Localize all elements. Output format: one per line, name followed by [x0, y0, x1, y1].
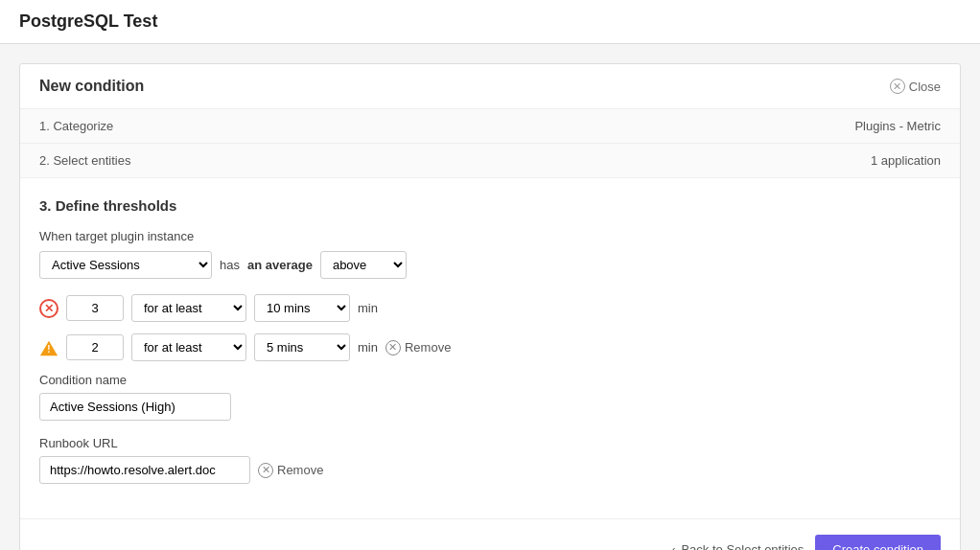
step-2-value: 1 application: [871, 153, 941, 168]
back-button[interactable]: ‹ Back to Select entities: [671, 542, 804, 550]
critical-threshold-row: ✕ for at least for exactly 10 mins 5 min…: [39, 294, 941, 322]
step-1-label: 1. Categorize: [39, 119, 113, 133]
runbook-url-label: Runbook URL: [39, 436, 941, 450]
remove-url-button[interactable]: ✕ Remove: [258, 463, 323, 478]
step-1-value: Plugins - Metric: [854, 119, 941, 133]
define-heading: 3. Define thresholds: [39, 197, 941, 214]
close-label: Close: [909, 80, 941, 94]
warning-value-input[interactable]: [66, 334, 124, 360]
condition-name-label: Condition name: [39, 373, 941, 387]
panel-header: New condition ✕ Close: [20, 64, 960, 109]
remove-warning-label: Remove: [405, 340, 451, 355]
close-button[interactable]: ✕ Close: [890, 79, 941, 94]
close-icon: ✕: [890, 79, 905, 94]
warning-threshold-row: ! for at least for exactly 5 mins 10 min…: [39, 333, 941, 361]
remove-warning-icon: ✕: [385, 340, 401, 355]
critical-value-input[interactable]: [66, 295, 124, 321]
runbook-url-group: Runbook URL ✕ Remove: [39, 436, 941, 484]
metric-row: Active Sessions CPU Usage Memory has an …: [39, 251, 941, 279]
step-1-row: 1. Categorize Plugins - Metric: [20, 109, 960, 144]
critical-for-at-least-select[interactable]: for at least for exactly: [131, 294, 246, 322]
critical-duration-select[interactable]: 10 mins 5 mins 15 mins 30 mins: [254, 294, 350, 322]
condition-name-group: Condition name: [39, 373, 941, 421]
critical-icon: ✕: [39, 299, 58, 318]
warning-duration-select[interactable]: 5 mins 10 mins 15 mins 30 mins: [254, 333, 350, 361]
warning-unit: min: [358, 340, 378, 355]
has-text: has: [220, 258, 240, 272]
page-header: PostgreSQL Test: [0, 0, 980, 44]
main-container: New condition ✕ Close 1. Categorize Plug…: [0, 44, 980, 550]
critical-unit: min: [358, 301, 378, 315]
page-title: PostgreSQL Test: [19, 11, 961, 32]
footer-actions: ‹ Back to Select entities Create conditi…: [20, 518, 960, 550]
target-label: When target plugin instance: [39, 229, 941, 243]
remove-warning-button[interactable]: ✕ Remove: [385, 340, 451, 355]
panel: New condition ✕ Close 1. Categorize Plug…: [19, 63, 961, 550]
create-condition-button[interactable]: Create condition: [815, 535, 941, 550]
warning-for-at-least-select[interactable]: for at least for exactly: [131, 333, 246, 361]
panel-heading: New condition: [39, 78, 144, 95]
avg-text: an average: [247, 258, 313, 272]
step-2-label: 2. Select entities: [39, 153, 130, 168]
metric-select[interactable]: Active Sessions CPU Usage Memory: [39, 251, 212, 279]
runbook-url-row: ✕ Remove: [39, 456, 941, 484]
back-label: Back to Select entities: [681, 542, 804, 550]
runbook-url-input[interactable]: [39, 456, 250, 484]
direction-select[interactable]: above below: [320, 251, 407, 279]
svg-text:!: !: [47, 344, 50, 355]
chevron-left-icon: ‹: [671, 543, 675, 551]
condition-name-input[interactable]: [39, 393, 231, 421]
remove-url-icon: ✕: [258, 463, 273, 478]
warning-icon: !: [39, 338, 58, 357]
define-thresholds-section: 3. Define thresholds When target plugin …: [20, 178, 960, 518]
step-2-row: 2. Select entities 1 application: [20, 144, 960, 178]
remove-url-label: Remove: [277, 463, 323, 477]
